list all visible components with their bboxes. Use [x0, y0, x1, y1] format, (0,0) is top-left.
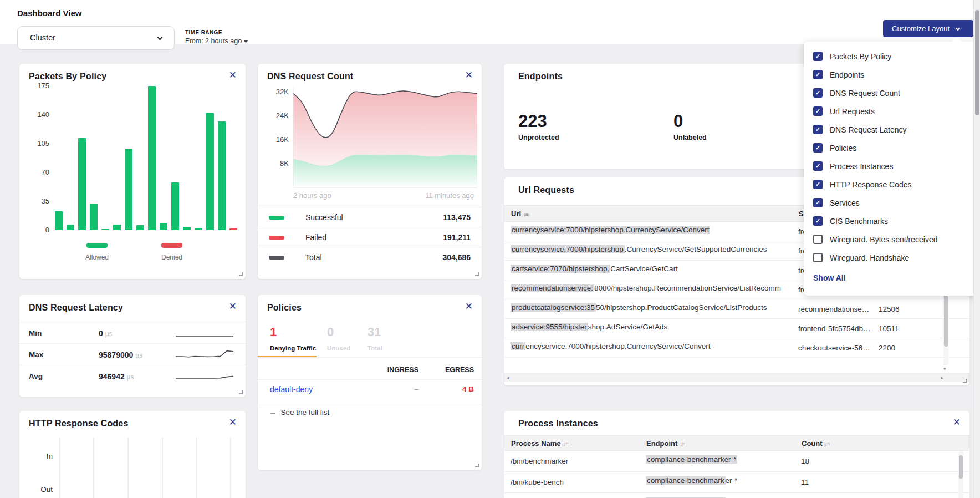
- customize-layout-button[interactable]: Customize Layout: [883, 20, 973, 37]
- checkbox-checked-icon[interactable]: ✓: [813, 198, 823, 207]
- checkbox-checked-icon[interactable]: ✓: [813, 125, 823, 134]
- close-icon[interactable]: ✕: [953, 418, 961, 427]
- page-scrollbar[interactable]: [973, 0, 980, 498]
- see-full-list-link[interactable]: →See the full list: [269, 408, 329, 416]
- menu-notch: [952, 37, 962, 47]
- checkbox-checked-icon[interactable]: ✓: [813, 180, 823, 189]
- legend-item: Denied: [147, 240, 197, 261]
- latency-label: Min: [29, 329, 42, 337]
- close-icon[interactable]: ✕: [229, 70, 237, 80]
- stat-label: Unprotected: [518, 134, 559, 141]
- close-icon[interactable]: ✕: [229, 418, 237, 427]
- horizontal-scrollbar[interactable]: ◂ ▸: [504, 373, 969, 382]
- latency-value: 0 µs: [99, 329, 113, 338]
- menu-item-services[interactable]: ✓Services: [804, 194, 980, 212]
- menu-item-label: Url Requests: [830, 107, 875, 116]
- menu-item-wireguard-handshake[interactable]: Wireguard. Handshake: [804, 248, 980, 267]
- card-title: DNS Request Latency: [29, 303, 123, 313]
- legend-row: Total304,686: [258, 247, 482, 267]
- checkbox-unchecked-icon[interactable]: [813, 235, 823, 244]
- tab-label: Denying Traffic: [270, 345, 316, 352]
- bar-allowed: [113, 225, 121, 230]
- bar-allowed: [90, 204, 98, 230]
- menu-item-process-instances[interactable]: ✓Process Instances: [804, 157, 980, 175]
- sparkline: [176, 348, 233, 362]
- resize-handle-icon[interactable]: [475, 464, 479, 467]
- show-all-link[interactable]: Show All: [813, 273, 846, 282]
- resize-handle-icon[interactable]: [475, 272, 479, 276]
- chevron-down-icon: [157, 35, 163, 40]
- bar-allowed: [160, 223, 167, 230]
- legend-swatch: [269, 216, 284, 220]
- scroll-down-icon[interactable]: ▾: [943, 366, 946, 372]
- bar-denied: [229, 228, 237, 230]
- gridline: [230, 438, 231, 498]
- legend-value: 191,211: [443, 233, 471, 242]
- bar-chart: [55, 86, 239, 230]
- process-name-cell: /bin/benchmarker: [511, 457, 638, 465]
- service-cell: recommendationse…: [798, 305, 873, 313]
- menu-item-http-response-codes[interactable]: ✓HTTP Response Codes: [804, 175, 980, 194]
- menu-item-label: Packets By Policy: [830, 52, 891, 61]
- dashboard-page: Dashboard View Cluster TIME RANGE From: …: [0, 0, 980, 498]
- menu-item-label: DNS Request Count: [830, 89, 900, 98]
- gridline: [93, 438, 94, 498]
- menu-item-dns-request-latency[interactable]: ✓DNS Request Latency: [804, 120, 980, 139]
- scroll-right-icon[interactable]: ▸: [941, 375, 943, 380]
- packets-by-policy-card: Packets By Policy ✕ 17514010570350 Allow…: [19, 64, 246, 279]
- menu-item-endpoints[interactable]: ✓Endpoints: [804, 65, 980, 84]
- menu-item-label: Wireguard. Handshake: [830, 253, 909, 262]
- menu-item-cis-benchmarks[interactable]: ✓CIS Benchmarks: [804, 212, 980, 230]
- resize-handle-icon[interactable]: [239, 272, 243, 276]
- menu-item-url-requests[interactable]: ✓Url Requests: [804, 102, 980, 120]
- checkbox-checked-icon[interactable]: ✓: [813, 161, 823, 171]
- checkbox-checked-icon[interactable]: ✓: [813, 216, 823, 226]
- gridline: [162, 438, 163, 498]
- checkbox-checked-icon[interactable]: ✓: [813, 88, 823, 98]
- y-tick-label: 16K: [264, 135, 289, 144]
- resize-handle-icon[interactable]: [239, 390, 243, 394]
- policy-link[interactable]: default-deny: [270, 385, 313, 394]
- bar-allowed: [183, 227, 191, 230]
- close-icon[interactable]: ✕: [465, 302, 473, 311]
- checkbox-checked-icon[interactable]: ✓: [813, 106, 823, 116]
- checkbox-checked-icon[interactable]: ✓: [813, 143, 823, 153]
- resize-handle-icon[interactable]: [963, 379, 967, 383]
- sparkline: [176, 326, 233, 341]
- http-response-codes-card: HTTP Response Codes ✕ In Out: [19, 411, 246, 498]
- view-select-value: Cluster: [30, 33, 55, 42]
- bar-allowed: [101, 229, 109, 230]
- bar-allowed: [218, 121, 226, 230]
- column-header-count[interactable]: Count↓≡: [802, 439, 829, 448]
- vertical-scrollbar[interactable]: [958, 451, 963, 498]
- menu-item-packets-by-policy[interactable]: ✓Packets By Policy: [804, 47, 980, 65]
- policy-tab-unused[interactable]: 0Unused: [327, 325, 350, 352]
- menu-item-wireguard-bytes-sent-received[interactable]: Wireguard. Bytes sent/received: [804, 230, 980, 248]
- view-select[interactable]: Cluster: [17, 26, 175, 50]
- menu-item-policies[interactable]: ✓Policies: [804, 139, 980, 157]
- tab-label: Total: [368, 345, 382, 352]
- scroll-left-icon[interactable]: ◂: [507, 375, 509, 380]
- close-icon[interactable]: ✕: [465, 70, 473, 80]
- card-title: Url Requests: [518, 185, 574, 195]
- policy-tab-total[interactable]: 31Total: [368, 325, 382, 352]
- column-header-endpoint[interactable]: Endpoint↓≡: [646, 439, 685, 448]
- bar-allowed: [78, 138, 86, 230]
- time-range-from[interactable]: From: 2 hours ago: [185, 37, 247, 45]
- legend-swatch: [86, 243, 108, 248]
- dns-request-latency-card: DNS Request Latency ✕ Min0 µsMax95879000…: [19, 295, 246, 397]
- policy-tab-denying-traffic[interactable]: 1Denying Traffic: [270, 325, 316, 352]
- y-tick-label: 8K: [264, 159, 289, 168]
- menu-item-dns-request-count[interactable]: ✓DNS Request Count: [804, 84, 980, 102]
- url-cell: currencyservice:7000/hipstershop.Currenc…: [511, 342, 790, 350]
- checkbox-unchecked-icon[interactable]: [813, 253, 823, 262]
- close-icon[interactable]: ✕: [229, 302, 237, 311]
- stat-value: 223: [518, 111, 559, 131]
- column-header-process-name[interactable]: Process Name↓≡: [511, 439, 568, 448]
- checkbox-checked-icon[interactable]: ✓: [813, 52, 823, 61]
- column-header-url[interactable]: Url↓≡: [511, 210, 528, 218]
- menu-list: ✓Packets By Policy✓Endpoints✓DNS Request…: [804, 47, 980, 267]
- count-cell: 18: [801, 457, 840, 465]
- card-title: Policies: [267, 303, 302, 313]
- checkbox-checked-icon[interactable]: ✓: [813, 70, 823, 79]
